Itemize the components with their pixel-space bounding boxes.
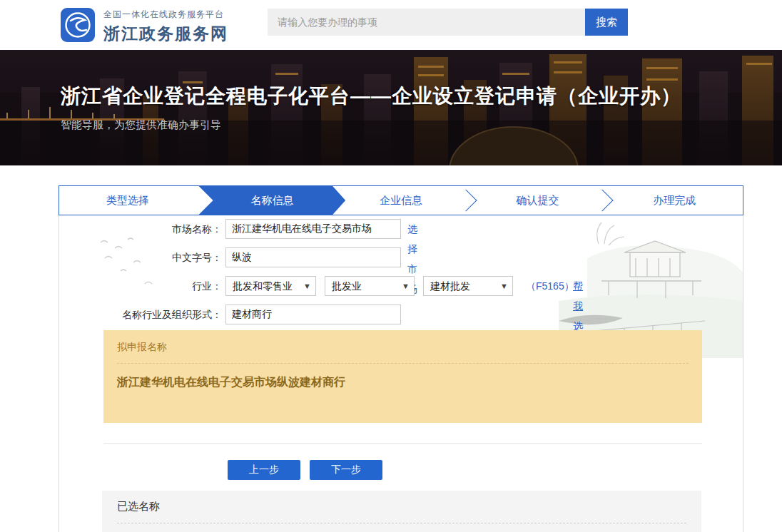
industry-select-level1[interactable]: 批发和零售业 ▼ <box>225 276 316 296</box>
form-card: 市场名称： 选择市场 中文字号： 行业： 批发和零售业 ▼ 批发业 ▼ 建材批发… <box>59 215 743 532</box>
section-divider <box>103 443 702 444</box>
industry-select-level3[interactable]: 建材批发 ▼ <box>423 276 513 296</box>
proposed-name-box: 拟申报名称 浙江建华机电在线电子交易市场纵波建材商行 <box>103 330 702 423</box>
step-complete[interactable]: 办理完成 <box>606 186 743 215</box>
chevron-down-icon: ▼ <box>500 277 508 295</box>
selected-names-section: 已选名称 <box>102 491 701 532</box>
page-title: 浙江省企业登记全程电子化平台——企业设立登记申请（企业开办） <box>61 83 681 110</box>
search-bar: 搜索 <box>268 9 628 36</box>
step-company-info[interactable]: 企业信息 <box>332 186 469 215</box>
selected-names-title: 已选名称 <box>117 500 686 513</box>
site-logo-text: 全国一体化在线政务服务平台 浙江政务服务网 <box>103 9 228 45</box>
industry-label: 行业： <box>59 276 222 296</box>
chinese-name-label: 中文字号： <box>59 247 222 267</box>
site-logo-icon <box>61 8 95 42</box>
platform-name: 全国一体化在线政务服务平台 <box>103 9 228 21</box>
top-header: 全国一体化在线政务服务平台 浙江政务服务网 搜索 <box>0 0 782 50</box>
previous-step-button[interactable]: 上一步 <box>228 460 300 480</box>
search-input[interactable] <box>268 9 585 36</box>
step-name-info-active[interactable]: 名称信息 <box>199 186 346 215</box>
org-form-label: 名称行业及组织形式： <box>59 305 222 324</box>
page-subtitle: 智能导服，为您提供准确办事引导 <box>61 118 221 132</box>
proposed-name-value: 浙江建华机电在线电子交易市场纵波建材商行 <box>117 375 689 390</box>
market-name-label: 市场名称： <box>59 219 222 239</box>
industry-select-level2[interactable]: 批发业 ▼ <box>325 276 415 296</box>
org-form-input[interactable] <box>225 305 401 324</box>
industry-code: （F5165） <box>526 276 574 296</box>
chevron-down-icon: ▼ <box>402 277 410 295</box>
step-confirm-submit[interactable]: 确认提交 <box>469 186 606 215</box>
next-step-button[interactable]: 下一步 <box>310 460 382 480</box>
dashed-divider <box>117 523 686 523</box>
step-type-select[interactable]: 类型选择 <box>59 186 196 215</box>
wizard-steps: 类型选择 企业信息 确认提交 办理完成 名称信息 <box>59 185 743 215</box>
hero-banner: 浙江省企业登记全程电子化平台——企业设立登记申请（企业开办） 智能导服，为您提供… <box>0 50 782 165</box>
site-name: 浙江政务服务网 <box>103 23 228 45</box>
proposed-name-title: 拟申报名称 <box>117 341 689 354</box>
chinese-name-input[interactable] <box>225 247 401 267</box>
search-button[interactable]: 搜索 <box>585 9 628 36</box>
dashed-divider <box>117 363 689 364</box>
chevron-down-icon: ▼ <box>303 277 311 295</box>
market-name-input[interactable] <box>225 219 401 239</box>
